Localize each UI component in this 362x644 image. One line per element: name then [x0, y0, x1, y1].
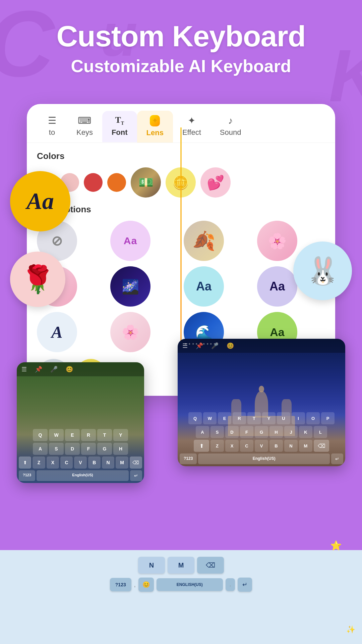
key-enter-taj[interactable]: ↵: [331, 453, 343, 464]
key-j[interactable]: J: [284, 426, 298, 438]
couple-background: ☰ 📌 🎤 😊 Q W E R T Y A S D F G H: [17, 362, 144, 483]
tab-sound[interactable]: ♪ Sound: [210, 111, 251, 142]
color-dot-orange[interactable]: [107, 173, 126, 192]
ckey-y[interactable]: Y: [113, 429, 128, 441]
bkey-emoji[interactable]: 😊: [138, 578, 154, 592]
tab-lens-icon: ✦: [150, 115, 160, 126]
font-option-teal-aa[interactable]: Aa: [184, 266, 224, 307]
key-s[interactable]: S: [210, 426, 224, 438]
key-d[interactable]: D: [225, 426, 239, 438]
bkey-m[interactable]: M: [168, 557, 194, 574]
key-i[interactable]: I: [292, 412, 305, 424]
tab-to[interactable]: ☰ to: [37, 111, 67, 142]
ckey-e[interactable]: E: [65, 429, 80, 441]
ckey-m[interactable]: M: [116, 457, 128, 469]
ckey-shift[interactable]: ⬆: [19, 457, 31, 469]
key-numeric[interactable]: ?123: [180, 453, 197, 464]
ckey-g[interactable]: G: [97, 443, 112, 455]
tab-to-label: to: [49, 128, 55, 137]
key-x[interactable]: X: [225, 440, 239, 452]
font-option-galaxy[interactable]: 🌌: [110, 266, 150, 307]
ckey-enter[interactable]: ↵: [130, 470, 142, 481]
couple-kb-row1: Q W E R T Y: [19, 429, 142, 441]
couple-kb-icon-list: ☰: [21, 366, 27, 373]
tab-font-icon: TT: [115, 115, 124, 126]
key-k[interactable]: K: [299, 426, 312, 438]
key-u[interactable]: U: [277, 412, 290, 424]
tab-font[interactable]: TT Font: [102, 111, 137, 142]
tab-effect[interactable]: ✦ Effect: [173, 111, 210, 142]
key-shift[interactable]: ⬆: [194, 440, 209, 452]
key-r[interactable]: R: [233, 412, 246, 424]
key-b[interactable]: B: [269, 440, 283, 452]
key-p[interactable]: P: [321, 412, 335, 424]
ckey-v[interactable]: V: [74, 457, 86, 469]
key-l[interactable]: L: [314, 426, 327, 438]
key-f[interactable]: F: [240, 426, 253, 438]
ckey-w[interactable]: W: [49, 429, 64, 441]
ckey-numeric[interactable]: ?123: [19, 470, 35, 481]
font-option-sakura[interactable]: 🌸: [257, 221, 297, 261]
tab-effect-icon: ✦: [188, 115, 195, 126]
tab-keys[interactable]: ⌨ Keys: [67, 111, 102, 142]
key-m[interactable]: M: [299, 440, 312, 452]
ckey-x[interactable]: X: [47, 457, 59, 469]
bkey-n[interactable]: N: [138, 557, 165, 574]
key-c[interactable]: C: [240, 440, 253, 452]
key-g[interactable]: G: [255, 426, 268, 438]
bkey-period[interactable]: .: [226, 578, 235, 591]
font-option-autumn[interactable]: 🍂: [184, 221, 224, 261]
ckey-a[interactable]: A: [33, 443, 48, 455]
key-t[interactable]: T: [247, 412, 261, 424]
star-deco-1: ⭐: [330, 540, 342, 551]
font-option-purple-aa[interactable]: Aa: [257, 266, 297, 307]
font-option-serif-a[interactable]: A: [37, 312, 77, 352]
key-y[interactable]: Y: [262, 412, 276, 424]
bkey-backspace[interactable]: ⌫: [197, 557, 224, 574]
tab-lens[interactable]: ✦ Lens: [137, 111, 173, 143]
couple-kb-row4: ?123 English(US) ↵: [19, 470, 142, 481]
ckey-s[interactable]: S: [49, 443, 64, 455]
ckey-backspace[interactable]: ⌫: [130, 457, 142, 469]
key-a[interactable]: A: [196, 426, 209, 438]
taj-kb-row2: A S D F G H J K L: [180, 426, 343, 438]
key-n[interactable]: N: [284, 440, 298, 452]
ckey-c[interactable]: C: [60, 457, 73, 469]
color-dot-heart[interactable]: 💕: [200, 167, 231, 198]
key-q[interactable]: Q: [188, 412, 202, 424]
ckey-n[interactable]: N: [102, 457, 114, 469]
couple-kb-icon-mic: 🎤: [50, 366, 58, 373]
bunny-emoji: 🐰: [306, 255, 340, 287]
key-backspace[interactable]: ⌫: [314, 440, 329, 452]
key-h[interactable]: H: [269, 426, 283, 438]
ckey-z[interactable]: Z: [33, 457, 45, 469]
bkey-comma[interactable]: ,: [134, 581, 136, 588]
ckey-q[interactable]: Q: [33, 429, 48, 441]
float-aa-badge: Aa: [10, 171, 70, 231]
font-option-cherry[interactable]: 🌸: [110, 312, 150, 352]
ckey-d[interactable]: D: [65, 443, 80, 455]
couple-kb-toolbar: ☰ 📌 🎤 😊: [17, 362, 144, 376]
color-dot-red[interactable]: [84, 173, 103, 192]
header: Custom Keyboard Customizable AI Keyboard: [0, 20, 362, 76]
bkey-numeric[interactable]: ?123: [110, 578, 131, 591]
ckey-b[interactable]: B: [88, 457, 101, 469]
kb-icon-list: ☰: [182, 342, 188, 350]
ckey-space[interactable]: English(US): [37, 470, 129, 481]
app-subtitle: Customizable AI Keyboard: [0, 56, 362, 76]
key-v[interactable]: V: [255, 440, 268, 452]
color-dot-money[interactable]: 💵: [131, 167, 161, 198]
ckey-h[interactable]: H: [113, 443, 128, 455]
bkey-space[interactable]: ENGLISH(US): [157, 578, 223, 591]
key-o[interactable]: O: [306, 412, 320, 424]
ckey-r[interactable]: R: [81, 429, 96, 441]
font-option-dotted[interactable]: Aa: [110, 221, 150, 261]
taj-kb-row1: Q W E R T Y U I O P: [180, 412, 343, 424]
ckey-t[interactable]: T: [97, 429, 112, 441]
key-w[interactable]: W: [203, 412, 217, 424]
key-space-taj[interactable]: English(US): [198, 453, 330, 464]
key-z[interactable]: Z: [210, 440, 224, 452]
ckey-f[interactable]: F: [81, 443, 96, 455]
bkey-enter[interactable]: ↵: [238, 578, 252, 592]
key-e[interactable]: E: [218, 412, 231, 424]
